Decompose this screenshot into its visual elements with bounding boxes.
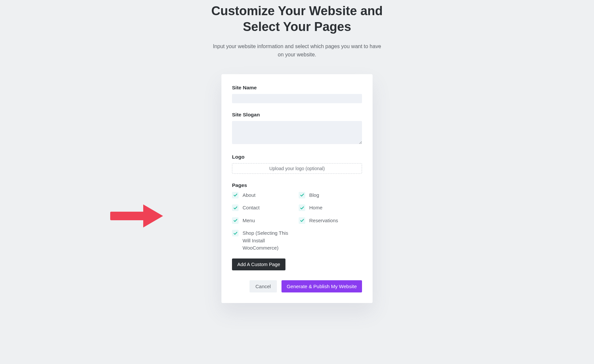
page-label-menu: Menu [243,217,255,225]
page-label-reservations: Reservations [309,217,338,225]
generate-publish-button[interactable]: Generate & Publish My Website [281,280,362,292]
add-custom-page-button[interactable]: Add A Custom Page [232,258,285,270]
page-subtitle: Input your website information and selec… [211,43,383,59]
pages-field: Pages About Blog [232,182,362,270]
site-slogan-label: Site Slogan [232,112,362,118]
page-label-contact: Contact [243,204,260,212]
check-icon [233,206,238,210]
site-slogan-input[interactable] [232,121,362,144]
page-label-shop: Shop (Selecting This Will Install WooCom… [243,229,295,252]
site-name-input[interactable] [232,94,362,103]
page-item-home: Home [299,204,362,212]
check-icon [300,218,304,223]
checkbox-shop[interactable] [232,230,239,236]
page-label-blog: Blog [309,192,319,199]
pages-label: Pages [232,182,362,188]
checkbox-about[interactable] [232,192,239,198]
page-label-about: About [243,192,255,199]
page-item-shop: Shop (Selecting This Will Install WooCom… [232,229,295,252]
check-icon [233,218,238,223]
logo-label: Logo [232,154,362,160]
page-title-line1: Customize Your Website and [211,4,382,18]
site-name-field: Site Name [232,85,362,103]
page-item-about: About [232,192,295,199]
checkbox-contact[interactable] [232,204,239,211]
page-title: Customize Your Website and Select Your P… [182,3,412,35]
logo-upload-box[interactable]: Upload your logo (optional) [232,163,362,174]
check-icon [233,231,238,235]
page-item-contact: Contact [232,204,295,212]
checkbox-home[interactable] [299,204,305,211]
form-card: Site Name Site Slogan Logo Upload your l… [221,74,373,303]
page-item-reservations: Reservations [299,217,362,225]
checkbox-reservations[interactable] [299,217,305,224]
page-item-blog: Blog [299,192,362,199]
cancel-button[interactable]: Cancel [249,280,277,292]
logo-field: Logo Upload your logo (optional) [232,154,362,174]
check-icon [300,193,304,197]
check-icon [233,193,238,197]
page-item-menu: Menu [232,217,295,225]
site-name-label: Site Name [232,85,362,91]
check-icon [300,206,304,210]
page-title-line2: Select Your Pages [243,20,351,34]
page-label-home: Home [309,204,322,212]
form-actions: Cancel Generate & Publish My Website [232,280,362,292]
pages-grid: About Blog Contact [232,192,362,252]
site-slogan-field: Site Slogan [232,112,362,145]
checkbox-blog[interactable] [299,192,305,198]
logo-upload-text: Upload your logo (optional) [269,166,325,171]
checkbox-menu[interactable] [232,217,239,224]
